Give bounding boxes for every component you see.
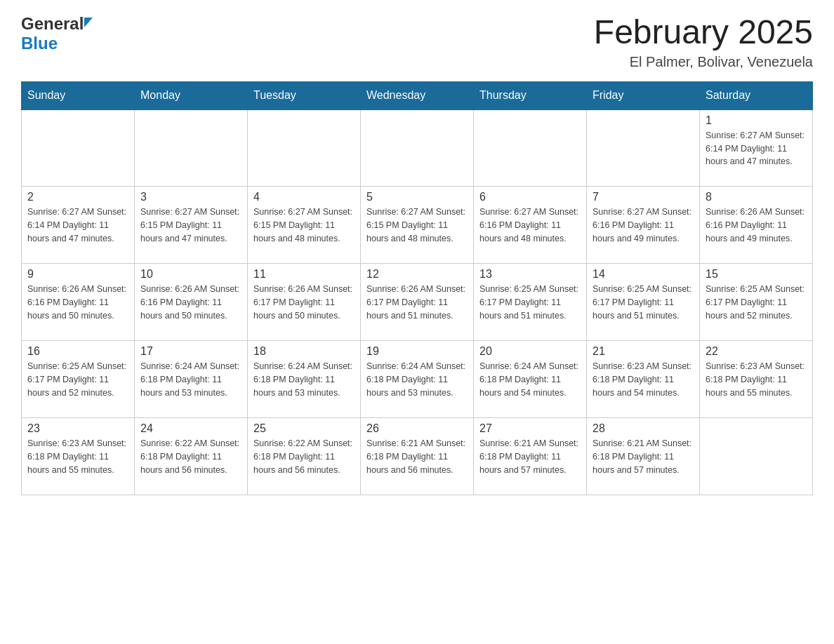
day-info: Sunrise: 6:27 AM Sunset: 6:14 PM Dayligh… — [706, 129, 807, 168]
calendar-cell: 19Sunrise: 6:24 AM Sunset: 6:18 PM Dayli… — [361, 341, 474, 418]
day-info: Sunrise: 6:25 AM Sunset: 6:17 PM Dayligh… — [479, 283, 581, 322]
calendar-cell — [248, 109, 361, 187]
calendar-cell: 21Sunrise: 6:23 AM Sunset: 6:18 PM Dayli… — [587, 341, 700, 418]
day-info: Sunrise: 6:26 AM Sunset: 6:16 PM Dayligh… — [140, 283, 241, 322]
day-info: Sunrise: 6:27 AM Sunset: 6:16 PM Dayligh… — [479, 206, 581, 245]
days-of-week-row: SundayMondayTuesdayWednesdayThursdayFrid… — [22, 81, 813, 109]
day-number: 6 — [479, 191, 581, 203]
calendar-cell: 18Sunrise: 6:24 AM Sunset: 6:18 PM Dayli… — [248, 341, 361, 418]
day-of-week-header: Thursday — [474, 81, 587, 109]
day-number: 26 — [366, 422, 468, 435]
calendar-subtitle: El Palmer, Bolivar, Venezuela — [594, 54, 813, 70]
calendar-cell: 17Sunrise: 6:24 AM Sunset: 6:18 PM Dayli… — [135, 341, 248, 418]
day-info: Sunrise: 6:26 AM Sunset: 6:16 PM Dayligh… — [27, 283, 128, 322]
day-of-week-header: Saturday — [700, 81, 813, 109]
calendar-week-row: 1Sunrise: 6:27 AM Sunset: 6:14 PM Daylig… — [22, 109, 813, 187]
day-info: Sunrise: 6:27 AM Sunset: 6:15 PM Dayligh… — [253, 206, 355, 245]
day-number: 3 — [140, 191, 241, 203]
day-info: Sunrise: 6:24 AM Sunset: 6:18 PM Dayligh… — [366, 360, 468, 399]
calendar-week-row: 16Sunrise: 6:25 AM Sunset: 6:17 PM Dayli… — [22, 341, 813, 418]
day-number: 14 — [593, 268, 694, 281]
calendar-cell: 24Sunrise: 6:22 AM Sunset: 6:18 PM Dayli… — [135, 418, 248, 495]
calendar-cell — [361, 109, 474, 187]
day-number: 19 — [366, 345, 468, 358]
day-info: Sunrise: 6:26 AM Sunset: 6:17 PM Dayligh… — [366, 283, 468, 322]
day-info: Sunrise: 6:24 AM Sunset: 6:18 PM Dayligh… — [140, 360, 241, 399]
calendar-cell — [135, 109, 248, 187]
calendar-cell — [700, 418, 813, 495]
day-number: 22 — [706, 345, 807, 358]
day-number: 7 — [593, 191, 694, 203]
day-number: 28 — [593, 422, 694, 435]
calendar-cell: 4Sunrise: 6:27 AM Sunset: 6:15 PM Daylig… — [248, 187, 361, 264]
calendar-cell: 5Sunrise: 6:27 AM Sunset: 6:15 PM Daylig… — [361, 187, 474, 264]
day-number: 1 — [706, 114, 807, 127]
day-number: 5 — [366, 191, 468, 203]
calendar-cell: 20Sunrise: 6:24 AM Sunset: 6:18 PM Dayli… — [474, 341, 587, 418]
calendar-cell: 12Sunrise: 6:26 AM Sunset: 6:17 PM Dayli… — [361, 264, 474, 341]
day-number: 17 — [140, 345, 241, 358]
day-info: Sunrise: 6:27 AM Sunset: 6:14 PM Dayligh… — [27, 206, 128, 245]
calendar-table: SundayMondayTuesdayWednesdayThursdayFrid… — [21, 81, 813, 496]
day-info: Sunrise: 6:26 AM Sunset: 6:16 PM Dayligh… — [706, 206, 807, 245]
day-info: Sunrise: 6:24 AM Sunset: 6:18 PM Dayligh… — [253, 360, 355, 399]
calendar-cell: 3Sunrise: 6:27 AM Sunset: 6:15 PM Daylig… — [135, 187, 248, 264]
page-header: General Blue February 2025 El Palmer, Bo… — [21, 14, 813, 70]
calendar-cell: 2Sunrise: 6:27 AM Sunset: 6:14 PM Daylig… — [22, 187, 135, 264]
calendar-cell: 13Sunrise: 6:25 AM Sunset: 6:17 PM Dayli… — [474, 264, 587, 341]
calendar-cell: 6Sunrise: 6:27 AM Sunset: 6:16 PM Daylig… — [474, 187, 587, 264]
calendar-cell: 23Sunrise: 6:23 AM Sunset: 6:18 PM Dayli… — [22, 418, 135, 495]
calendar-cell: 11Sunrise: 6:26 AM Sunset: 6:17 PM Dayli… — [248, 264, 361, 341]
calendar-cell: 7Sunrise: 6:27 AM Sunset: 6:16 PM Daylig… — [587, 187, 700, 264]
day-number: 9 — [27, 268, 128, 281]
calendar-cell: 26Sunrise: 6:21 AM Sunset: 6:18 PM Dayli… — [361, 418, 474, 495]
day-number: 11 — [253, 268, 355, 281]
calendar-cell: 14Sunrise: 6:25 AM Sunset: 6:17 PM Dayli… — [587, 264, 700, 341]
day-info: Sunrise: 6:21 AM Sunset: 6:18 PM Dayligh… — [593, 437, 694, 476]
day-info: Sunrise: 6:25 AM Sunset: 6:17 PM Dayligh… — [706, 283, 807, 322]
calendar-title: February 2025 — [594, 14, 813, 51]
calendar-cell: 22Sunrise: 6:23 AM Sunset: 6:18 PM Dayli… — [700, 341, 813, 418]
logo-blue-text: Blue — [21, 34, 58, 53]
day-number: 10 — [140, 268, 241, 281]
day-number: 4 — [253, 191, 355, 203]
day-info: Sunrise: 6:27 AM Sunset: 6:15 PM Dayligh… — [140, 206, 241, 245]
calendar-cell: 9Sunrise: 6:26 AM Sunset: 6:16 PM Daylig… — [22, 264, 135, 341]
calendar-body: 1Sunrise: 6:27 AM Sunset: 6:14 PM Daylig… — [22, 109, 813, 495]
calendar-cell: 1Sunrise: 6:27 AM Sunset: 6:14 PM Daylig… — [700, 109, 813, 187]
day-number: 13 — [479, 268, 581, 281]
day-number: 25 — [253, 422, 355, 435]
day-number: 18 — [253, 345, 355, 358]
day-number: 20 — [479, 345, 581, 358]
day-of-week-header: Tuesday — [248, 81, 361, 109]
logo: General Blue — [21, 14, 93, 53]
calendar-cell: 8Sunrise: 6:26 AM Sunset: 6:16 PM Daylig… — [700, 187, 813, 264]
day-info: Sunrise: 6:27 AM Sunset: 6:16 PM Dayligh… — [593, 206, 694, 245]
day-number: 21 — [593, 345, 694, 358]
day-info: Sunrise: 6:22 AM Sunset: 6:18 PM Dayligh… — [253, 437, 355, 476]
day-info: Sunrise: 6:26 AM Sunset: 6:17 PM Dayligh… — [253, 283, 355, 322]
calendar-cell — [474, 109, 587, 187]
day-of-week-header: Friday — [587, 81, 700, 109]
day-number: 2 — [27, 191, 128, 203]
day-of-week-header: Monday — [135, 81, 248, 109]
day-info: Sunrise: 6:23 AM Sunset: 6:18 PM Dayligh… — [706, 360, 807, 399]
day-info: Sunrise: 6:27 AM Sunset: 6:15 PM Dayligh… — [366, 206, 468, 245]
day-number: 15 — [706, 268, 807, 281]
day-number: 23 — [27, 422, 128, 435]
day-info: Sunrise: 6:21 AM Sunset: 6:18 PM Dayligh… — [366, 437, 468, 476]
day-number: 8 — [706, 191, 807, 203]
day-info: Sunrise: 6:22 AM Sunset: 6:18 PM Dayligh… — [140, 437, 241, 476]
calendar-cell — [587, 109, 700, 187]
calendar-cell: 28Sunrise: 6:21 AM Sunset: 6:18 PM Dayli… — [587, 418, 700, 495]
day-of-week-header: Sunday — [22, 81, 135, 109]
calendar-week-row: 2Sunrise: 6:27 AM Sunset: 6:14 PM Daylig… — [22, 187, 813, 264]
day-number: 16 — [27, 345, 128, 358]
title-block: February 2025 El Palmer, Bolivar, Venezu… — [594, 14, 813, 70]
logo-arrow-icon — [84, 18, 93, 27]
day-info: Sunrise: 6:24 AM Sunset: 6:18 PM Dayligh… — [479, 360, 581, 399]
day-info: Sunrise: 6:25 AM Sunset: 6:17 PM Dayligh… — [27, 360, 128, 399]
calendar-cell: 10Sunrise: 6:26 AM Sunset: 6:16 PM Dayli… — [135, 264, 248, 341]
calendar-header: SundayMondayTuesdayWednesdayThursdayFrid… — [22, 81, 813, 109]
day-info: Sunrise: 6:21 AM Sunset: 6:18 PM Dayligh… — [479, 437, 581, 476]
